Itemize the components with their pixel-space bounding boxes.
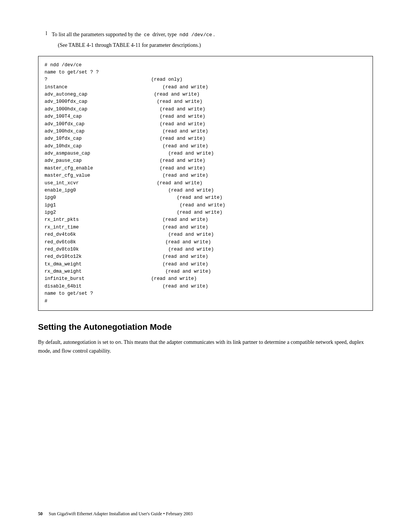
footer-text: Sun GigaSwift Ethernet Adapter Installat… — [49, 511, 193, 517]
sub-note: (See TABLE 4-1 through TABLE 4-11 for pa… — [38, 41, 373, 49]
code-line-15: master_cfg_value (read and write) — [45, 172, 366, 179]
code-line-26: red_dv10to12k (read and write) — [45, 253, 366, 260]
bullet-section: l To list all the parameters supported b… — [38, 30, 373, 49]
code-line-7: adv_100T4_cap (read and write) — [45, 113, 366, 120]
bullet-cmd: ndd /dev/ce — [180, 32, 212, 38]
code-line-10: adv_10fdx_cap (read and write) — [45, 135, 366, 142]
page-footer: 50 Sun GigaSwift Ethernet Adapter Instal… — [38, 511, 373, 517]
code-line-16: use_int_xcvr (read and write) — [45, 180, 366, 187]
code-line-23: red_dv4to6k (read and write) — [45, 231, 366, 238]
footer-page-number: 50 — [38, 511, 43, 517]
code-line-6: adv_1000hdx_cap (read and write) — [45, 106, 366, 113]
code-line-12: adv_asmpause_cap (read and write) — [45, 150, 366, 157]
bullet-text-mid: driver, type — [153, 32, 177, 37]
code-line-14: master_cfg_enable (read and write) — [45, 165, 366, 172]
code-line-30: disable_64bit (read and write) — [45, 283, 366, 290]
code-line-21: rx_intr_pkts (read and write) — [45, 216, 366, 224]
code-line-13: adv_pause_cap (read and write) — [45, 157, 366, 165]
code-line-31: name to get/set ? — [45, 290, 366, 297]
code-line-3: instance (read and write) — [45, 84, 366, 91]
code-line-8: adv_100fdx_cap (read and write) — [45, 121, 366, 128]
bullet-text-pre: To list all the parameters supported by … — [52, 32, 141, 37]
code-line-24: red_dv6to8k (read and write) — [45, 239, 366, 246]
code-line-32: # — [45, 298, 366, 305]
code-line-4: adv_autoneg_cap (read and write) — [45, 91, 366, 98]
code-line-1: name to get/set ? ? — [45, 69, 366, 76]
bullet-marker: l — [46, 30, 47, 37]
section-heading: Setting the Autonegotiation Mode — [38, 322, 373, 332]
code-line-19: ipg1 (read and write) — [45, 202, 366, 209]
body-paragraph: By default, autonegotiation is set to on… — [38, 338, 373, 355]
on-keyword: on — [115, 340, 121, 345]
code-line-9: adv_100hdx_cap (read and write) — [45, 128, 366, 135]
code-box: # ndd /dev/ce name to get/set ? ? ? (rea… — [38, 56, 373, 311]
code-line-17: enable_ipg0 (read and write) — [45, 187, 366, 194]
code-line-28: rx_dma_weight (read and write) — [45, 268, 366, 275]
bullet-text: To list all the parameters supported by … — [52, 30, 215, 39]
code-line-0: # ndd /dev/ce — [45, 62, 366, 69]
code-line-18: ipg0 (read and write) — [45, 194, 366, 201]
code-line-11: adv_10hdx_cap (read and write) — [45, 143, 366, 150]
bullet-item: l To list all the parameters supported b… — [38, 30, 373, 39]
code-line-29: infinite_burst (read and write) — [45, 275, 366, 283]
code-line-2: ? (read only) — [45, 76, 366, 83]
code-line-20: ipg2 (read and write) — [45, 209, 366, 216]
code-line-25: red_dv8to10k (read and write) — [45, 246, 366, 253]
code-line-22: rx_intr_time (read and write) — [45, 224, 366, 231]
code-line-27: tx_dma_weight (read and write) — [45, 261, 366, 268]
page-content: l To list all the parameters supported b… — [38, 30, 373, 355]
bullet-driver: ce — [144, 32, 150, 38]
bullet-text-post: . — [213, 32, 215, 37]
code-line-5: adv_1000fdx_cap (read and write) — [45, 98, 366, 105]
